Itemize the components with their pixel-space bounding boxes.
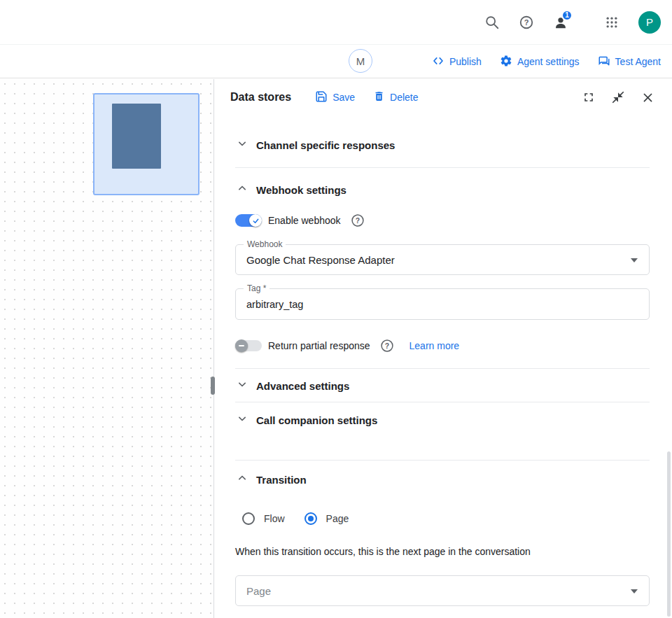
account-avatar-letter: P bbox=[646, 16, 653, 28]
panel-window-controls bbox=[580, 88, 657, 106]
chevron-down-icon bbox=[235, 136, 249, 153]
flow-canvas[interactable] bbox=[0, 79, 214, 618]
search-icon[interactable] bbox=[478, 8, 506, 36]
close-icon[interactable] bbox=[638, 88, 657, 106]
dropdown-caret-icon bbox=[631, 258, 638, 262]
enable-webhook-row: Enable webhook ? bbox=[235, 206, 650, 234]
divider bbox=[235, 460, 650, 461]
flow-radio-label: Flow bbox=[264, 513, 285, 524]
section-title: Advanced settings bbox=[256, 380, 349, 392]
radio-unchecked-icon bbox=[242, 512, 255, 525]
help-circle-icon[interactable]: ? bbox=[380, 339, 394, 353]
panel-content: Channel specific responses Webhook setti… bbox=[215, 115, 672, 618]
chevron-down-icon bbox=[235, 377, 249, 394]
help-icon[interactable]: ? bbox=[512, 8, 540, 36]
section-title: Webhook settings bbox=[256, 184, 346, 196]
test-agent-button[interactable]: Test Agent bbox=[598, 55, 661, 69]
chevron-up-icon bbox=[235, 471, 249, 488]
webhook-select[interactable]: Webhook Google Chat Response Adapter bbox=[235, 244, 650, 275]
enable-webhook-label: Enable webhook bbox=[268, 215, 341, 226]
test-agent-label: Test Agent bbox=[615, 56, 661, 67]
agent-settings-button[interactable]: Agent settings bbox=[500, 55, 580, 69]
flow-radio[interactable]: Flow bbox=[242, 512, 285, 525]
node-preview-block bbox=[112, 104, 161, 169]
section-call-companion-settings[interactable]: Call companion settings bbox=[235, 403, 650, 437]
partial-response-row: Return partial response ? Learn more bbox=[235, 331, 650, 360]
section-title: Channel specific responses bbox=[256, 139, 395, 151]
save-label: Save bbox=[332, 92, 355, 103]
vertical-scrollbar[interactable] bbox=[667, 451, 671, 617]
topbar-actions: ? 1 P bbox=[478, 8, 661, 36]
page-select-placeholder: Page bbox=[246, 585, 271, 597]
apps-grid-icon[interactable] bbox=[598, 8, 626, 36]
dialogflow-page: ? 1 P M Publish bbox=[0, 0, 672, 618]
webhook-select-value: Google Chat Response Adapter bbox=[246, 254, 395, 266]
topbar: ? 1 P bbox=[0, 0, 672, 45]
partial-response-label: Return partial response bbox=[268, 340, 370, 351]
agent-avatar-letter: M bbox=[356, 55, 365, 67]
agent-avatar[interactable]: M bbox=[349, 49, 372, 73]
agent-toolbar: M Publish Agent settings Test Agent bbox=[0, 45, 672, 78]
save-icon bbox=[315, 90, 328, 105]
section-webhook-settings[interactable]: Webhook settings bbox=[235, 173, 650, 206]
chat-icon bbox=[598, 55, 610, 69]
learn-more-link[interactable]: Learn more bbox=[410, 340, 460, 351]
code-icon bbox=[432, 55, 444, 69]
section-channel-responses[interactable]: Channel specific responses bbox=[235, 128, 650, 162]
tag-field[interactable]: Tag * bbox=[235, 288, 650, 320]
delete-button[interactable]: Delete bbox=[373, 90, 418, 104]
dropdown-caret-icon bbox=[631, 589, 638, 594]
gear-icon bbox=[500, 55, 512, 69]
save-button[interactable]: Save bbox=[315, 90, 355, 105]
divider bbox=[235, 368, 650, 369]
svg-text:?: ? bbox=[355, 217, 359, 225]
page-radio[interactable]: Page bbox=[304, 512, 349, 525]
trash-icon bbox=[373, 90, 385, 104]
agent-settings-label: Agent settings bbox=[517, 56, 580, 67]
section-advanced-settings[interactable]: Advanced settings bbox=[235, 370, 650, 402]
section-title: Call companion settings bbox=[256, 414, 377, 426]
dash-icon bbox=[239, 345, 244, 346]
data-stores-panel: Data stores Save Delete bbox=[215, 79, 672, 618]
chevron-down-icon bbox=[235, 412, 249, 428]
chevron-up-icon bbox=[235, 181, 249, 198]
page-radio-label: Page bbox=[326, 513, 349, 524]
toggle-thumb bbox=[235, 339, 248, 352]
enable-webhook-toggle[interactable] bbox=[235, 214, 262, 227]
publish-label: Publish bbox=[449, 56, 482, 67]
toggle-thumb bbox=[249, 214, 262, 227]
exit-fullscreen-icon[interactable] bbox=[609, 88, 627, 106]
svg-text:?: ? bbox=[524, 18, 529, 27]
panel-resize-handle[interactable] bbox=[211, 377, 215, 395]
notifications-icon[interactable]: 1 bbox=[547, 8, 575, 36]
section-transition[interactable]: Transition bbox=[235, 461, 650, 498]
divider bbox=[235, 402, 650, 402]
transition-description: When this transition occurs, this is the… bbox=[235, 545, 650, 559]
panel-title: Data stores bbox=[230, 91, 291, 104]
publish-button[interactable]: Publish bbox=[432, 55, 482, 69]
toolbar-actions: Publish Agent settings Test Agent bbox=[432, 45, 661, 78]
webhook-select-label: Webhook bbox=[244, 239, 286, 249]
fullscreen-icon[interactable] bbox=[580, 88, 598, 106]
partial-response-toggle[interactable] bbox=[235, 339, 262, 352]
radio-checked-icon bbox=[304, 512, 317, 525]
svg-text:?: ? bbox=[384, 342, 388, 350]
account-avatar[interactable]: P bbox=[638, 11, 661, 34]
tag-input[interactable] bbox=[246, 299, 621, 310]
section-title: Transition bbox=[256, 474, 307, 486]
notification-badge: 1 bbox=[561, 10, 573, 21]
divider bbox=[235, 167, 650, 168]
help-circle-icon[interactable]: ? bbox=[351, 213, 365, 227]
tag-field-label: Tag * bbox=[244, 283, 270, 293]
panel-header: Data stores Save Delete bbox=[215, 79, 672, 115]
selected-flow-node[interactable] bbox=[93, 93, 200, 195]
page-select[interactable]: Page bbox=[235, 575, 650, 606]
transition-target-radio-group: Flow Page bbox=[235, 505, 650, 533]
delete-label: Delete bbox=[390, 92, 418, 103]
